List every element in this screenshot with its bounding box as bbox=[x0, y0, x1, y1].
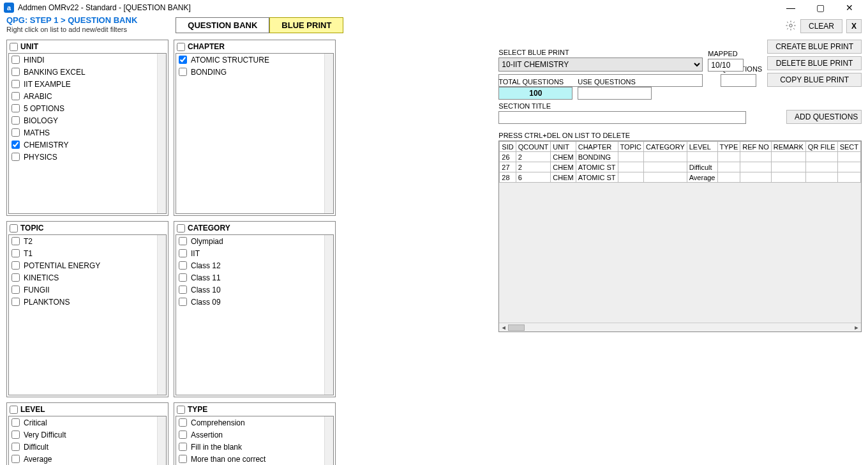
unit-item[interactable]: ARABIC bbox=[9, 90, 166, 102]
category-item-check[interactable] bbox=[179, 249, 187, 257]
level-item-check[interactable] bbox=[11, 431, 20, 439]
clear-button[interactable]: CLEAR bbox=[800, 19, 842, 33]
topic-header-check[interactable] bbox=[10, 224, 18, 232]
grid-cell[interactable]: ATOMIC ST bbox=[576, 162, 618, 172]
topic-item-check[interactable] bbox=[11, 273, 20, 282]
topic-item-check[interactable] bbox=[11, 249, 20, 257]
grid-cell[interactable] bbox=[771, 172, 805, 183]
grid-cell[interactable]: CHEM bbox=[551, 162, 576, 172]
level-item[interactable]: Critical bbox=[9, 416, 166, 429]
grid-cell[interactable] bbox=[837, 172, 860, 183]
type-header-check[interactable] bbox=[177, 406, 185, 414]
topic-item[interactable]: FUNGII bbox=[9, 284, 166, 296]
grid-cell[interactable]: ATOMIC ST bbox=[576, 172, 618, 183]
grid-cell[interactable] bbox=[644, 162, 687, 172]
grid-cell[interactable] bbox=[644, 152, 687, 162]
grid-header[interactable]: REMARK bbox=[771, 142, 805, 152]
grid-cell[interactable] bbox=[771, 162, 805, 172]
grid-row[interactable]: 262CHEMBONDING bbox=[500, 152, 861, 162]
level-item-check[interactable] bbox=[11, 455, 20, 463]
grid-cell[interactable] bbox=[740, 172, 772, 183]
type-item-check[interactable] bbox=[179, 443, 187, 451]
grid-cell[interactable] bbox=[717, 162, 740, 172]
grid-cell[interactable] bbox=[740, 152, 772, 162]
topic-item[interactable]: PLANKTONS bbox=[9, 296, 166, 308]
grid-cell[interactable] bbox=[740, 162, 772, 172]
type-item[interactable]: Comprehension bbox=[176, 416, 333, 429]
chapter-item-check[interactable] bbox=[179, 56, 187, 64]
topic-item-check[interactable] bbox=[11, 237, 20, 245]
type-item-check[interactable] bbox=[179, 431, 187, 439]
grid-header[interactable]: TYPE bbox=[717, 142, 740, 152]
category-header-check[interactable] bbox=[177, 224, 185, 232]
grid-cell[interactable]: 6 bbox=[516, 172, 551, 183]
grid-header[interactable]: SECT bbox=[837, 142, 860, 152]
category-item[interactable]: Class 10 bbox=[176, 284, 333, 296]
grid-cell[interactable]: Average bbox=[687, 172, 717, 183]
category-item[interactable]: Class 09 bbox=[176, 296, 333, 308]
grid-header[interactable]: QR FILE bbox=[805, 142, 837, 152]
grid-cell[interactable]: BONDING bbox=[576, 152, 618, 162]
grid-cell[interactable]: Difficult bbox=[687, 162, 717, 172]
grid-cell[interactable] bbox=[618, 172, 643, 183]
total-questions-input[interactable] bbox=[498, 87, 572, 100]
level-item-check[interactable] bbox=[11, 443, 20, 451]
grid-header[interactable]: UNIT bbox=[551, 142, 576, 152]
type-scrollbar[interactable] bbox=[324, 416, 333, 465]
scroll-left-icon[interactable]: ◄ bbox=[499, 324, 508, 331]
grid-row[interactable]: 272CHEMATOMIC STDifficult bbox=[500, 162, 861, 172]
level-scrollbar[interactable] bbox=[157, 416, 166, 465]
unit-header-check[interactable] bbox=[10, 43, 18, 51]
chapter-item[interactable]: ATOMIC STRUCTURE bbox=[176, 54, 333, 66]
grid-header[interactable]: CATEGORY bbox=[644, 142, 687, 152]
grid-cell[interactable] bbox=[771, 152, 805, 162]
grid-cell[interactable] bbox=[805, 162, 837, 172]
category-item[interactable]: Class 11 bbox=[176, 271, 333, 284]
grid-cell[interactable]: CHEM bbox=[551, 172, 576, 183]
grid-cell[interactable] bbox=[805, 172, 837, 183]
unit-item-check[interactable] bbox=[11, 68, 20, 76]
grid-cell[interactable] bbox=[805, 152, 837, 162]
grid-cell[interactable] bbox=[717, 172, 740, 183]
add-questions-button[interactable]: ADD QUESTIONS bbox=[786, 110, 862, 124]
select-bp-dropdown[interactable]: 10-IIT CHEMISTRY bbox=[498, 57, 703, 72]
unit-item-check[interactable] bbox=[11, 92, 20, 100]
topic-item-check[interactable] bbox=[11, 298, 20, 306]
scroll-thumb[interactable] bbox=[508, 324, 525, 331]
grid-cell[interactable] bbox=[837, 152, 860, 162]
level-item[interactable]: Difficult bbox=[9, 441, 166, 453]
category-item[interactable]: Olympiad bbox=[176, 235, 333, 247]
topic-item-check[interactable] bbox=[11, 286, 20, 294]
category-scrollbar[interactable] bbox=[324, 235, 333, 395]
grid-cell[interactable]: CHEM bbox=[551, 152, 576, 162]
unit-item[interactable]: IIT EXAMPLE bbox=[9, 78, 166, 90]
unit-item[interactable]: 5 OPTIONS bbox=[9, 102, 166, 114]
topic-item[interactable]: T1 bbox=[9, 247, 166, 259]
category-item[interactable]: IIT bbox=[176, 247, 333, 259]
grid-cell[interactable] bbox=[717, 152, 740, 162]
topic-item-check[interactable] bbox=[11, 261, 20, 270]
grid-header[interactable]: REF NO bbox=[740, 142, 772, 152]
sections-grid[interactable]: SIDQCOUNTUNITCHAPTERTOPICCATEGORYLEVELTY… bbox=[498, 141, 862, 332]
grid-cell[interactable]: 27 bbox=[500, 162, 516, 172]
chapter-header-check[interactable] bbox=[177, 43, 185, 51]
chapter-item[interactable]: BONDING bbox=[176, 66, 333, 78]
unit-item-check[interactable] bbox=[11, 104, 20, 112]
unit-item-check[interactable] bbox=[11, 153, 20, 161]
unit-item[interactable]: MATHS bbox=[9, 126, 166, 139]
topic-scrollbar[interactable] bbox=[157, 235, 166, 395]
category-item-check[interactable] bbox=[179, 261, 187, 270]
unit-item-check[interactable] bbox=[11, 141, 20, 149]
unit-item[interactable]: PHYSICS bbox=[9, 151, 166, 163]
tab-blue-print[interactable]: BLUE PRINT bbox=[269, 17, 343, 33]
maximize-button[interactable]: ▢ bbox=[805, 0, 835, 15]
grid-header[interactable]: SID bbox=[500, 142, 516, 152]
unit-scrollbar[interactable] bbox=[157, 54, 166, 213]
grid-cell[interactable] bbox=[837, 162, 860, 172]
grid-cell[interactable] bbox=[618, 162, 643, 172]
grid-cell[interactable]: 2 bbox=[516, 152, 551, 162]
type-item[interactable]: More than one correct bbox=[176, 453, 333, 465]
scroll-right-icon[interactable]: ► bbox=[852, 324, 861, 331]
unit-item-check[interactable] bbox=[11, 80, 20, 88]
category-item-check[interactable] bbox=[179, 286, 187, 294]
